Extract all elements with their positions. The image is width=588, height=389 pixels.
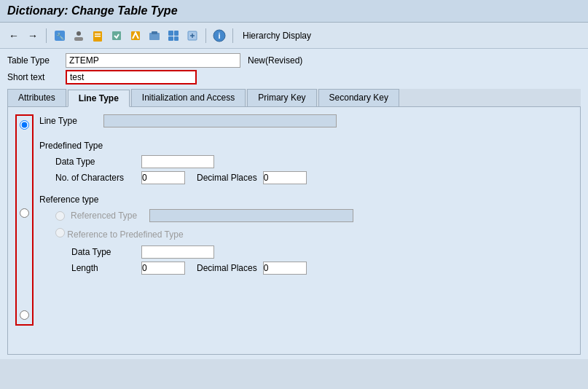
type-content: Line Type Predefined Type Data Type No. … [39,114,573,275]
svg-rect-14 [174,36,179,41]
svg-text:🔧: 🔧 [56,32,65,41]
short-text-input[interactable] [66,70,197,85]
tab-primary-key[interactable]: Primary Key [247,89,316,106]
tool-btn-8[interactable] [184,28,200,44]
tool-btn-4[interactable] [109,28,125,44]
predefined-chars-row: No. of Characters Decimal Places [55,171,573,184]
tool-btn-2[interactable] [71,28,87,44]
referenced-type-label: Referenced Type [71,211,144,221]
back-button[interactable]: ← [6,28,22,44]
radio-border-box [15,114,34,326]
forward-button[interactable]: → [25,28,41,44]
radio-predefined[interactable] [20,208,29,218]
page-title: Dictionary: Change Table Type [7,4,178,17]
svg-rect-10 [152,31,157,34]
predefined-decimal-input[interactable] [263,171,307,184]
tab-content: Line Type Predefined Type Data Type No. … [7,107,581,355]
toolbar-separator-2 [205,28,206,43]
tab-attributes[interactable]: Attributes [7,89,66,106]
ref-data-type-row: Data Type [71,245,573,259]
no-of-chars-input[interactable] [141,171,185,184]
tab-initialization-access[interactable]: Initialization and Access [131,89,246,106]
predefined-data-type-row: Data Type [55,155,573,168]
main-area: Table Type New(Revised) Short text Attri… [0,49,588,359]
hierarchy-display-label: Hierarchy Display [243,31,311,41]
tool-btn-6[interactable] [146,28,162,44]
toolbar-separator-1 [46,28,47,43]
svg-rect-13 [168,36,173,41]
ref-decimal-input[interactable] [263,262,307,275]
predefined-type-section: Predefined Type Data Type No. of Charact… [39,141,573,184]
ref-length-row: Length Decimal Places [71,262,573,275]
ref-length-label: Length [71,263,136,273]
reference-type-section: Reference type Referenced Type Reference… [39,194,573,275]
referenced-type-row: Referenced Type [55,209,573,222]
data-type-label: Data Type [55,157,136,167]
toolbar-separator-3 [232,28,233,43]
ref-predefined-row: Reference to Predefined Type [55,228,573,240]
tool-btn-3[interactable] [90,28,106,44]
predefined-type-label: Predefined Type [39,141,103,151]
toolbar: ← → 🔧 i Hierarchy Display [0,23,588,49]
short-text-row: Short text [7,70,581,85]
status-badge: New(Revised) [248,55,302,66]
radio-referenced-type[interactable] [55,211,65,221]
tab-line-type[interactable]: Line Type [68,90,130,107]
line-type-row: Line Type [39,114,573,127]
ref-decimal-label: Decimal Places [197,263,257,273]
data-type-input[interactable] [141,155,214,168]
line-type-label: Line Type [39,116,98,126]
svg-point-2 [77,31,81,36]
line-type-value-input[interactable] [103,114,337,127]
svg-rect-6 [95,36,101,37]
title-bar: Dictionary: Change Table Type [0,0,588,23]
svg-rect-12 [174,31,179,36]
ref-length-input[interactable] [141,262,185,275]
svg-text:i: i [218,31,220,40]
svg-rect-5 [95,34,101,35]
radio-line-type[interactable] [20,120,29,130]
table-type-input[interactable] [66,53,240,68]
svg-rect-11 [168,31,173,36]
referenced-type-input[interactable] [149,209,353,222]
table-type-label: Table Type [7,55,66,66]
tool-btn-7[interactable] [165,28,181,44]
radio-ref-predefined[interactable] [55,228,65,237]
reference-type-label: Reference type [39,194,98,205]
short-text-label: Short text [7,72,66,82]
radio-reference[interactable] [20,310,29,320]
tab-secondary-key[interactable]: Secondary Key [318,89,399,106]
tool-btn-5[interactable] [128,28,144,44]
table-type-row: Table Type New(Revised) [7,53,581,68]
ref-data-type-input[interactable] [141,245,214,259]
tool-btn-1[interactable]: 🔧 [52,28,68,44]
predefined-decimal-label: Decimal Places [197,173,257,183]
tabs-row: Attributes Line Type Initialization and … [7,89,581,107]
ref-data-type-label: Data Type [71,247,136,257]
ref-predefined-label: Reference to Predefined Type [67,229,183,240]
info-button[interactable]: i [211,28,227,44]
svg-rect-3 [74,37,83,41]
no-of-chars-label: No. of Characters [55,173,136,183]
